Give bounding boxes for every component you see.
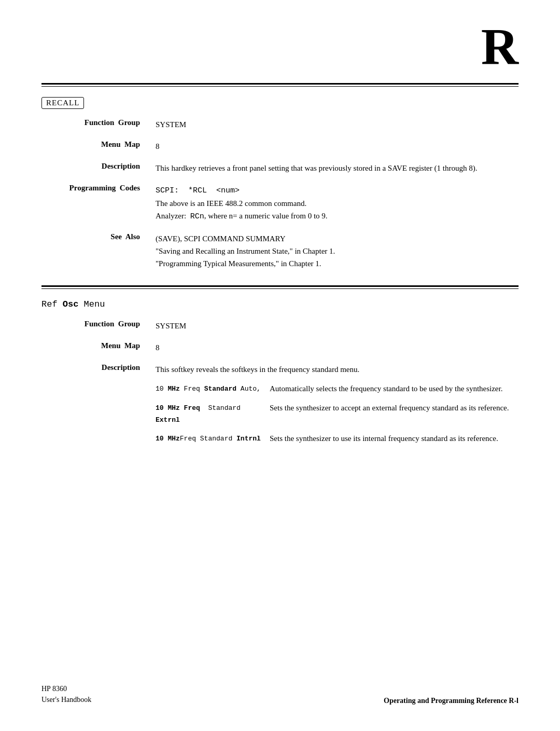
recall-description-row: Description This hardkey retrieves a fro… [41, 162, 519, 174]
ref-osc-heading: Ref Osc Menu [41, 299, 519, 309]
recall-see-also-label: See Also [41, 232, 156, 270]
footer-product: HP 8360 [41, 683, 91, 694]
refosc-description-row: Description This softkey reveals the sof… [41, 363, 519, 452]
footer-left: HP 8360 User's Handbook [41, 683, 91, 705]
softkey-row-3: 10 MHzFreq Standard Intrnl Sets the synt… [156, 433, 519, 445]
top-divider-thin [41, 86, 519, 87]
softkey-desc-2: Sets the synthesizer to accept an extern… [270, 402, 519, 414]
recall-description-label: Description [41, 162, 156, 174]
recall-menu-map-row: Menu Map 8 [41, 140, 519, 153]
footer-handbook: User's Handbook [41, 694, 91, 705]
recall-programming-codes-value: SCPI: *RCL <num> The above is an IEEE 48… [156, 184, 519, 223]
softkey-key-1: 10 MHz Freq Standard Auto, [156, 383, 270, 395]
refosc-description-intro: This softkey reveals the softkeys in the… [156, 363, 519, 376]
refosc-menu-map-label: Menu Map [41, 341, 156, 354]
recall-menu-map-value: 8 [156, 140, 519, 153]
recall-see-also-value: (SAVE), SCPI COMMAND SUMMARY "Saving and… [156, 232, 519, 270]
recall-see-also-row: See Also (SAVE), SCPI COMMAND SUMMARY "S… [41, 232, 519, 270]
recall-key-button: RECALL [41, 97, 84, 109]
chapter-letter: R [481, 21, 519, 73]
recall-menu-map-label: Menu Map [41, 140, 156, 153]
recall-description-value: This hardkey retrieves a front panel set… [156, 162, 519, 174]
refosc-description-value: This softkey reveals the softkeys in the… [156, 363, 519, 452]
ref-osc-prefix: Ref [41, 299, 63, 309]
recall-section: RECALL Function Group SYSTEM Menu Map 8 … [41, 97, 519, 270]
softkey-desc-3: Sets the synthesizer to use its internal… [270, 433, 519, 445]
recall-programming-codes-row: Programming Codes SCPI: *RCL <num> The a… [41, 184, 519, 223]
page: R RECALL Function Group SYSTEM Menu Map … [0, 0, 560, 731]
ref-osc-section: Function Group SYSTEM Menu Map 8 Descrip… [41, 320, 519, 452]
softkey-row-1: 10 MHz Freq Standard Auto, Automatically… [156, 383, 519, 395]
footer: HP 8360 User's Handbook Operating and Pr… [41, 683, 519, 705]
footer-right: Operating and Programming Reference R-l [384, 697, 519, 705]
refosc-menu-map-value: 8 [156, 341, 519, 354]
recall-function-group-row: Function Group SYSTEM [41, 118, 519, 131]
softkey-row-2: 10 MHz Freq Standard Extrnl Sets the syn… [156, 402, 519, 426]
ref-osc-suffix: Menu [78, 299, 105, 309]
refosc-menu-map-row: Menu Map 8 [41, 341, 519, 354]
recall-function-group-value: SYSTEM [156, 118, 519, 131]
refosc-function-group-label: Function Group [41, 320, 156, 332]
middle-divider-thin [41, 288, 519, 289]
softkey-key-2: 10 MHz Freq Standard Extrnl [156, 402, 270, 426]
softkey-desc-1: Automatically selects the frequency stan… [270, 383, 519, 395]
recall-function-group-label: Function Group [41, 118, 156, 131]
refosc-function-group-row: Function Group SYSTEM [41, 320, 519, 332]
ref-osc-bold: Osc [63, 299, 79, 309]
refosc-function-group-value: SYSTEM [156, 320, 519, 332]
softkey-key-3: 10 MHzFreq Standard Intrnl [156, 433, 270, 445]
recall-programming-codes-label: Programming Codes [41, 184, 156, 223]
refosc-description-label: Description [41, 363, 156, 452]
